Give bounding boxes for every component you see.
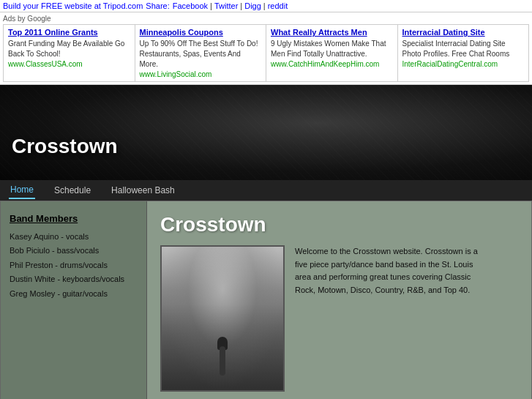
member-1: Bob Piciulo - bass/vocals	[10, 245, 138, 256]
build-free-text: Build your FREE website at Tripod.com	[3, 1, 143, 10]
twitter-link[interactable]: Twitter	[214, 1, 238, 10]
ad-title-3[interactable]: Interracial Dating Site	[402, 28, 525, 37]
nav-halloween-bash[interactable]: Halloween Bash	[110, 182, 176, 198]
member-2: Phil Preston - drums/vocals	[10, 260, 138, 271]
ad-title-1[interactable]: Minneapolis Coupons	[140, 28, 262, 37]
share-label: Share:	[146, 1, 169, 10]
welcome-text: Welcome to the Crosstown website. Crosst…	[295, 245, 478, 297]
sidebar: Band Members Kasey Aquino - vocals Bob P…	[1, 201, 147, 399]
nav-bar: Home Schedule Halloween Bash	[0, 180, 532, 201]
member-0: Kasey Aquino - vocals	[10, 231, 138, 242]
ad-desc-3: Specialist Interracial Dating Site Photo…	[402, 40, 510, 58]
share-links: Facebook | Twitter | Digg | reddit	[173, 1, 288, 10]
hero-banner: Crosstown	[0, 85, 532, 180]
ad-title-0[interactable]: Top 2011 Online Grants	[8, 28, 130, 37]
ad-url-2: www.CatchHimAndKeepHim.com	[271, 60, 393, 68]
content-area: Crosstown Welcome to the Crosstown websi…	[147, 201, 531, 399]
nav-home[interactable]: Home	[9, 182, 35, 199]
facebook-link[interactable]: Facebook	[173, 1, 208, 10]
ad-url-3: InterRacialDatingCentral.com	[402, 60, 525, 68]
ad-block-3: Interracial Dating Site Specialist Inter…	[398, 25, 529, 81]
ad-desc-1: Up To 90% Off The Best Stuff To Do! Rest…	[140, 40, 258, 68]
member-3: Dustin White - keyboards/vocals	[10, 274, 138, 285]
ad-desc-2: 9 Ugly Mistakes Women Make That Men Find…	[271, 40, 386, 58]
ads-label: Ads by Google	[3, 15, 529, 23]
ad-block-0: Top 2011 Online Grants Grant Funding May…	[4, 25, 135, 81]
ad-url-1: www.LivingSocial.com	[140, 70, 262, 78]
hero-title: Crosstown	[12, 135, 118, 158]
mic-stand	[220, 346, 225, 376]
sep2: |	[240, 1, 242, 10]
ad-url-0: www.ClassesUSA.com	[8, 60, 130, 68]
ad-block-1: Minneapolis Coupons Up To 90% Off The Be…	[135, 25, 267, 81]
band-members-heading: Band Members	[10, 213, 138, 224]
member-4: Greg Mosley - guitar/vocals	[10, 288, 138, 299]
hero-texture	[0, 85, 532, 180]
ad-desc-0: Grant Funding May Be Available Go Back T…	[8, 40, 124, 58]
nav-schedule[interactable]: Schedule	[53, 182, 92, 198]
content-title: Crosstown	[160, 213, 518, 236]
sep3: |	[263, 1, 266, 10]
main-content: Band Members Kasey Aquino - vocals Bob P…	[0, 201, 532, 399]
ad-block-2: What Really Attracts Men 9 Ugly Mistakes…	[266, 25, 398, 81]
ads-row: Ads by Google Top 2011 Online Grants Gra…	[0, 12, 532, 85]
band-photo	[160, 245, 285, 392]
content-body: Welcome to the Crosstown website. Crosst…	[160, 245, 518, 392]
reddit-link[interactable]: reddit	[268, 1, 288, 10]
sep1: |	[210, 1, 212, 10]
top-bar: Build your FREE website at Tripod.com Sh…	[0, 0, 532, 12]
ad-title-2[interactable]: What Really Attracts Men	[271, 28, 393, 37]
ads-container: Top 2011 Online Grants Grant Funding May…	[3, 24, 529, 82]
digg-link[interactable]: Digg	[244, 1, 261, 10]
